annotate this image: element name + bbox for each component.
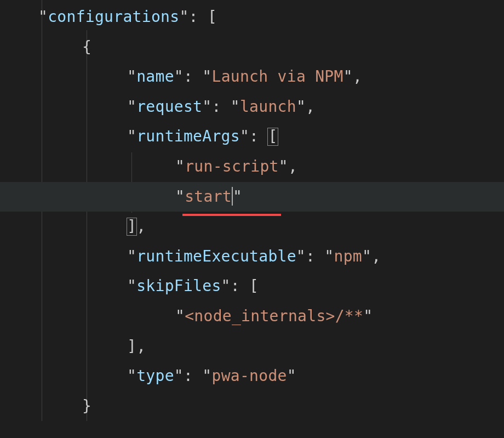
code-line-current: "start" xyxy=(0,182,504,212)
punct-quote: " xyxy=(296,98,306,116)
punct-quote: " xyxy=(174,367,184,385)
punct-quote: " xyxy=(202,367,211,385)
json-key: configurations xyxy=(48,8,179,26)
annotation-underline xyxy=(182,214,281,216)
json-string: launch xyxy=(240,98,296,116)
punct-quote: " xyxy=(179,8,188,26)
punct-quote: " xyxy=(175,187,185,206)
punct-lbracket-matched: [ xyxy=(267,128,278,146)
json-key: runtimeExecutable xyxy=(136,247,296,265)
json-string: start xyxy=(185,187,232,206)
punct-quote: " xyxy=(343,67,353,86)
punct-comma: , xyxy=(306,98,315,116)
json-string: Launch via NPM xyxy=(211,67,343,86)
json-key: runtimeArgs xyxy=(136,127,240,145)
punct-quote: " xyxy=(362,247,371,265)
punct-quote: " xyxy=(296,247,306,265)
punct-comma: , xyxy=(371,247,381,265)
code-line: "runtimeExecutable": "npm", xyxy=(0,242,504,272)
punct-quote: " xyxy=(127,367,136,385)
punct-quote: " xyxy=(231,98,240,116)
punct-quote: " xyxy=(175,307,185,325)
code-line: "runtimeArgs": [ xyxy=(0,122,504,152)
code-editor[interactable]: "configurations": [ { "name": "Launch vi… xyxy=(0,0,504,421)
punct-quote: " xyxy=(279,157,288,175)
json-key: request xyxy=(136,98,202,116)
punct-lbrace: { xyxy=(82,38,91,56)
json-key: name xyxy=(136,67,174,86)
punct-quote: " xyxy=(174,67,184,86)
punct-quote: " xyxy=(202,67,211,86)
punct-quote: " xyxy=(240,127,249,145)
punct-colon: : xyxy=(184,67,202,86)
punct-quote: " xyxy=(363,307,373,325)
code-line: { xyxy=(0,32,504,62)
punct-quote: " xyxy=(38,8,48,26)
json-string: pwa-node xyxy=(211,367,287,385)
punct-colon: : xyxy=(211,98,230,116)
punct-lbracket: [ xyxy=(249,277,259,295)
punct-comma: , xyxy=(136,337,146,355)
punct-quote: " xyxy=(127,98,136,116)
punct-rbracket: ] xyxy=(127,337,136,355)
punct-colon: : xyxy=(189,8,208,26)
punct-rbracket-matched: ] xyxy=(127,218,137,236)
json-string: <node_internals>/** xyxy=(185,307,363,325)
code-line: "<node_internals>/**" xyxy=(0,302,504,332)
punct-lbracket: [ xyxy=(208,8,217,26)
punct-colon: : xyxy=(249,127,268,145)
punct-comma: , xyxy=(353,67,362,86)
punct-comma: , xyxy=(288,157,297,175)
json-string: run-script xyxy=(185,157,279,175)
punct-quote: " xyxy=(127,127,136,145)
punct-quote: " xyxy=(202,98,211,116)
punct-quote: " xyxy=(127,277,136,295)
code-line: } xyxy=(0,391,504,422)
code-line: ], xyxy=(0,332,504,362)
json-key: type xyxy=(136,367,174,385)
code-line: "name": "Launch via NPM", xyxy=(0,62,504,92)
punct-colon: : xyxy=(184,367,202,385)
punct-colon: : xyxy=(231,277,249,295)
json-string: npm xyxy=(334,247,362,265)
punct-rbrace: } xyxy=(82,397,91,415)
punct-quote: " xyxy=(324,247,334,265)
punct-quote: " xyxy=(175,157,185,175)
punct-comma: , xyxy=(136,217,146,235)
punct-colon: : xyxy=(306,247,324,265)
punct-quote: " xyxy=(221,277,231,295)
json-key: skipFiles xyxy=(136,277,221,295)
code-line: "skipFiles": [ xyxy=(0,271,504,302)
code-line: "type": "pwa-node" xyxy=(0,361,504,391)
punct-quote: " xyxy=(127,67,136,86)
punct-quote: " xyxy=(127,247,136,265)
punct-quote: " xyxy=(233,187,242,206)
code-line: "request": "launch", xyxy=(0,92,504,122)
code-line: ], xyxy=(0,212,504,242)
punct-quote: " xyxy=(287,367,296,385)
code-line: "configurations": [ xyxy=(0,2,504,32)
code-line: "run-script", xyxy=(0,152,504,182)
